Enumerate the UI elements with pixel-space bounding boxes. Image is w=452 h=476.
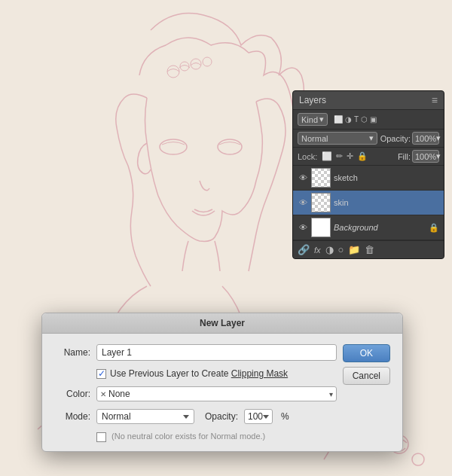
mask-icon[interactable]: ○ bbox=[338, 244, 344, 255]
color-x-icon: ✕ bbox=[100, 390, 106, 398]
clipping-mask-label: Use Previous Layer to Create Clipping Ma… bbox=[110, 368, 288, 379]
opacity-field-dialog[interactable]: 100 bbox=[244, 409, 273, 424]
kind-select[interactable]: Kind ▾ bbox=[298, 113, 328, 126]
layers-panel-header: Layers ≡ bbox=[293, 91, 444, 110]
svg-point-3 bbox=[203, 57, 212, 66]
opacity-label-dialog: Opacity: bbox=[205, 411, 238, 422]
color-label: Color: bbox=[54, 389, 90, 399]
color-row: Color: ✕ None ▾ bbox=[54, 386, 337, 401]
layer-row-background[interactable]: 👁 Background 🔒 bbox=[293, 215, 444, 240]
cancel-button[interactable]: Cancel bbox=[343, 367, 390, 385]
color-select-value: None bbox=[108, 389, 327, 399]
layer-thumb-sketch bbox=[311, 168, 331, 188]
opacity-control: Opacity: 100% ▾ bbox=[380, 132, 439, 145]
dialog-body: Name: Use Previous Layer to Create Clipp… bbox=[42, 334, 402, 451]
layer-thumb-background bbox=[311, 218, 331, 237]
layer-name-sketch: sketch bbox=[334, 173, 439, 182]
fill-stepper: ▾ bbox=[436, 151, 441, 161]
layers-panel: Layers ≡ Kind ▾ ⬜ ◑ T ⬡ ▣ Normal ▾ Opaci… bbox=[292, 90, 444, 259]
opacity-value-dialog: 100 bbox=[248, 411, 263, 422]
clipping-mask-link: Clipping Mask bbox=[231, 368, 288, 379]
layer-name-background: Background bbox=[334, 223, 426, 232]
color-select-arrow: ▾ bbox=[329, 390, 333, 398]
adjustment-icon[interactable]: ◑ bbox=[325, 244, 334, 255]
mode-select-arrow: ▾ bbox=[369, 133, 374, 143]
layers-bottom: 🔗 fx ◑ ○ 📁 🗑 bbox=[293, 240, 444, 258]
opacity-value: 100% bbox=[415, 134, 436, 143]
lock-brush-icon[interactable]: ✏ bbox=[336, 151, 343, 161]
background-lock-badge: 🔒 bbox=[429, 223, 439, 233]
layers-lock-row: Lock: ⬜ ✏ ✛ 🔒 Fill: 100% ▾ bbox=[293, 148, 444, 166]
lock-pixels-icon[interactable]: ⬜ bbox=[322, 151, 332, 161]
layers-panel-menu-icon[interactable]: ≡ bbox=[432, 94, 438, 106]
mode-select-label: Normal bbox=[301, 134, 328, 143]
dialog-buttons: OK Cancel bbox=[343, 344, 390, 385]
lock-all-icon[interactable]: 🔒 bbox=[357, 151, 368, 161]
dialog-title: New Layer bbox=[200, 318, 245, 328]
name-row: Name: bbox=[54, 344, 337, 361]
mode-label: Mode: bbox=[54, 411, 90, 422]
layer-row-skin[interactable]: 👁 skin bbox=[293, 191, 444, 215]
opacity-label: Opacity: bbox=[380, 134, 411, 143]
dialog-titlebar: New Layer bbox=[42, 313, 402, 334]
neutral-checkbox[interactable] bbox=[96, 432, 106, 442]
fx-icon[interactable]: fx bbox=[314, 246, 321, 255]
kind-icons: ⬜ ◑ T ⬡ ▣ bbox=[334, 115, 377, 124]
mode-select[interactable]: Normal ▾ bbox=[298, 132, 377, 145]
lock-label: Lock: bbox=[298, 152, 317, 161]
mode-select-dialog[interactable]: Normal bbox=[96, 409, 194, 424]
shape-icon[interactable]: ⬡ bbox=[361, 115, 368, 124]
fill-control: Fill: 100% ▾ bbox=[398, 150, 439, 163]
link-icon[interactable]: 🔗 bbox=[298, 244, 310, 255]
name-input[interactable] bbox=[96, 344, 337, 361]
neutral-text: (No neutral color exists for Normal mode… bbox=[96, 432, 337, 442]
layers-panel-title: Layers bbox=[299, 95, 326, 105]
neutral-text-label: (No neutral color exists for Normal mode… bbox=[111, 432, 265, 441]
new-layer-dialog: New Layer Name: Use Previous Layer to Cr… bbox=[41, 313, 403, 452]
layer-thumb-skin bbox=[311, 193, 331, 212]
pixel-icon[interactable]: ⬜ bbox=[334, 115, 343, 124]
layer-name-skin: skin bbox=[334, 198, 439, 207]
mode-select-value: Normal bbox=[102, 411, 131, 422]
opacity-input[interactable]: 100% ▾ bbox=[412, 132, 439, 145]
fill-label: Fill: bbox=[398, 152, 411, 161]
mode-arrow bbox=[183, 415, 189, 419]
layers-mode-row: Normal ▾ Opacity: 100% ▾ bbox=[293, 130, 444, 148]
eye-icon-background[interactable]: 👁 bbox=[298, 222, 308, 233]
lock-move-icon[interactable]: ✛ bbox=[347, 151, 353, 161]
kind-select-label: Kind bbox=[301, 115, 318, 124]
svg-point-7 bbox=[412, 453, 424, 465]
color-select[interactable]: ✕ None ▾ bbox=[96, 386, 337, 401]
opacity-arrow bbox=[263, 415, 269, 419]
opacity-unit: % bbox=[281, 411, 289, 422]
fill-value: 100% bbox=[415, 152, 436, 161]
clipping-mask-row: Use Previous Layer to Create Clipping Ma… bbox=[96, 368, 337, 379]
opacity-stepper: ▾ bbox=[436, 133, 441, 143]
delete-icon[interactable]: 🗑 bbox=[365, 244, 374, 255]
fill-input[interactable]: 100% ▾ bbox=[412, 150, 439, 163]
kind-select-arrow: ▾ bbox=[319, 114, 324, 124]
layers-kind-row: Kind ▾ ⬜ ◑ T ⬡ ▣ bbox=[293, 110, 444, 130]
ok-button[interactable]: OK bbox=[343, 344, 390, 362]
svg-point-0 bbox=[167, 66, 179, 78]
eye-icon-skin[interactable]: 👁 bbox=[298, 197, 308, 208]
mode-opacity-row: Mode: Normal Opacity: 100 % bbox=[54, 409, 337, 424]
adjust-icon[interactable]: ◑ bbox=[345, 115, 352, 124]
eye-icon-sketch[interactable]: 👁 bbox=[298, 172, 308, 183]
smart-icon[interactable]: ▣ bbox=[370, 115, 377, 124]
text-icon[interactable]: T bbox=[354, 115, 359, 124]
group-icon[interactable]: 📁 bbox=[348, 244, 360, 255]
layer-row-sketch[interactable]: 👁 sketch bbox=[293, 166, 444, 191]
lock-icons: ⬜ ✏ ✛ 🔒 bbox=[322, 151, 368, 161]
clipping-mask-checkbox[interactable] bbox=[96, 369, 106, 379]
name-label: Name: bbox=[54, 347, 90, 358]
